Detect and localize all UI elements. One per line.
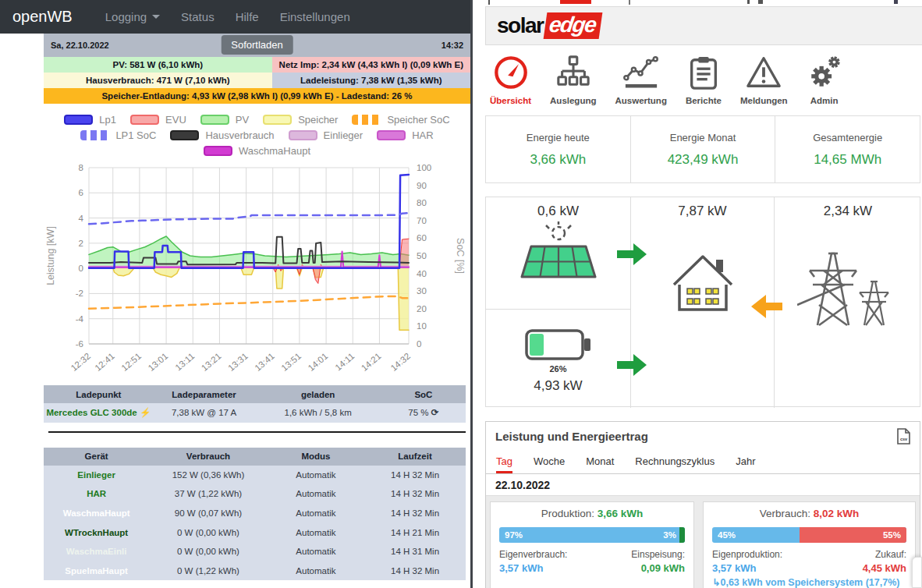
tab-tag[interactable]: Tag <box>496 455 512 473</box>
legend-swatch <box>80 130 109 140</box>
navbar-item-logging[interactable]: Logging <box>105 10 160 23</box>
openwb-window: openWB LoggingStatusHilfeEinstellungen S… <box>0 0 470 588</box>
consumption-card: Verbrauch: 8,02 kWh 45% 55% Eigenprodukt… <box>703 501 916 588</box>
legend-item-har[interactable]: HAR <box>377 129 433 141</box>
legend-label: Speicher SoC <box>387 114 449 126</box>
info-tile-row: Hausverbrauch: 471 W (7,10 kWh)Ladeleist… <box>44 73 470 88</box>
legend-item-lp1[interactable]: Lp1 <box>64 114 116 126</box>
table-cell: 90 W (0,07 kWh) <box>149 504 267 523</box>
svg-text:13:21: 13:21 <box>200 351 223 373</box>
column-header: Laufzeit <box>364 448 466 466</box>
solaredge-nav-auslegung[interactable]: Auslegung <box>550 55 596 105</box>
energy-card-label: Energie Monat <box>670 132 736 143</box>
table-header-row: GerätVerbrauchModusLaufzeit <box>44 448 466 466</box>
refresh-soc-icon[interactable]: ⟳ <box>431 408 439 417</box>
legend-item-speicher[interactable]: Speicher <box>263 114 338 126</box>
energy-card-label: Energie heute <box>527 132 590 143</box>
tab-woche[interactable]: Woche <box>534 455 565 473</box>
energy-yield-body: Produktion: 3,66 kWh 97% 3% Eigenverbrau… <box>486 495 920 588</box>
legend-item-waschmahaupt[interactable]: WaschmaHaupt <box>204 145 310 157</box>
legend-swatch <box>170 130 199 140</box>
device-row: WaschmaEinli0 W (0,00 kWh)Automatik14 H … <box>44 542 466 561</box>
self-consumption-pct: 97% <box>505 527 523 543</box>
navbar-item-label: Einstellungen <box>280 10 350 23</box>
section-divider <box>48 431 466 433</box>
navbar-item-einstellungen[interactable]: Einstellungen <box>280 10 350 23</box>
legend-label: EVU <box>165 114 186 126</box>
legend-swatch <box>200 115 229 125</box>
column-header: Ladepunkt <box>44 385 154 403</box>
navbar-item-status[interactable]: Status <box>181 10 215 23</box>
strip-fragment <box>894 0 898 4</box>
own-production-block: Eigenproduktion: 3,57 kWh <box>712 549 782 574</box>
table-cell: Automatik <box>268 522 364 542</box>
solaredge-nav-admin[interactable]: Admin <box>807 55 842 105</box>
battery-soc-value: 26% <box>549 364 566 374</box>
table-cell: 14 H 31 Min <box>364 542 466 561</box>
admin-gear-icon <box>807 55 842 92</box>
device-table: GerätVerbrauchModusLaufzeitEinlieger152 … <box>44 448 466 581</box>
openwb-navbar: openWB LoggingStatusHilfeEinstellungen <box>0 0 470 34</box>
tab-jahr[interactable]: Jahr <box>736 455 755 473</box>
floating-widget[interactable] <box>912 557 922 588</box>
openwb-content: Sa, 22.10.2022 Sofortladen 14:32 PV: 581… <box>44 34 470 580</box>
sofortladen-button[interactable]: Sofortladen <box>221 35 293 55</box>
svg-text:13:11: 13:11 <box>173 351 196 372</box>
legend-item-einlieger[interactable]: Einlieger <box>289 129 363 141</box>
energy-yield-header: Leistung und Energieertrag csv <box>486 422 920 451</box>
legend-swatch <box>377 130 406 140</box>
table-cell: 152 W (0,36 kWh) <box>149 466 267 485</box>
solaredge-nav-berichte[interactable]: Berichte <box>686 55 722 105</box>
logo-edge-text: edge <box>544 12 603 39</box>
svg-text:12:51: 12:51 <box>119 351 143 373</box>
solaredge-nav-uebersicht[interactable]: Übersicht <box>490 55 531 105</box>
navbar-item-hilfe[interactable]: Hilfe <box>236 10 259 23</box>
svg-text:0: 0 <box>417 339 421 349</box>
storage-contribution-note: ↳0,63 kWh vom Speichersystem (17,7%) <box>712 576 906 588</box>
report-icon <box>686 55 722 92</box>
legend-item-speicher-soc[interactable]: Speicher SoC <box>352 114 449 126</box>
device-name: WTrocknHaupt <box>44 522 149 542</box>
column-header: Verbrauch <box>149 448 267 466</box>
strip-fragment <box>747 0 750 4</box>
openwb-menu: LoggingStatusHilfeEinstellungen <box>105 10 350 23</box>
svg-text:2: 2 <box>79 239 83 248</box>
alerts-icon <box>746 55 782 92</box>
chargepoint-table: LadepunktLadeparametergeladenSoCMercedes… <box>44 385 466 423</box>
legend-row: Lp1EVUPVSpeicherSpeicher SoC <box>64 114 449 126</box>
selected-date: 22.10.2022 <box>486 474 920 495</box>
table-cell: 37 W (1,22 kWh) <box>149 484 267 504</box>
table-cell: 0 W (0,00 kWh) <box>149 522 267 542</box>
table-header-row: LadepunktLadeparametergeladenSoC <box>44 385 466 403</box>
flow-cell-battery: 26% 4,93 kW <box>486 310 631 408</box>
tab-monat[interactable]: Monat <box>586 455 614 473</box>
column-header: geladen <box>254 385 381 403</box>
legend-label: Einlieger <box>324 129 363 141</box>
solaredge-nav-auswertung[interactable]: Auswertung <box>615 55 666 105</box>
consumption-title: Verbrauch: 8,02 kWh <box>712 508 906 519</box>
svg-text:80: 80 <box>417 198 427 207</box>
browser-edge-strip <box>473 0 922 6</box>
svg-text:10: 10 <box>417 321 427 331</box>
solaredge-nav-meldungen[interactable]: Meldungen <box>740 55 788 105</box>
svg-text:-6: -6 <box>76 339 83 349</box>
svg-text:90: 90 <box>417 181 427 190</box>
feed-in-pct: 3% <box>663 527 676 543</box>
soc-value: 75 % <box>408 408 431 417</box>
period-tabs: TagWocheMonatRechnungszyklusJahr <box>486 451 920 474</box>
csv-export-icon[interactable]: csv <box>897 428 910 445</box>
legend-item-pv[interactable]: PV <box>200 114 249 126</box>
svg-text:0: 0 <box>79 264 83 273</box>
table-cell: 14 H 21 Min <box>364 522 466 542</box>
legend-item-evu[interactable]: EVU <box>130 114 186 126</box>
tab-rechnungszyklus[interactable]: Rechnungszyklus <box>635 455 715 473</box>
info-tile-ladeleistung: Ladeleistung: 7,38 kW (1,35 kWh) <box>272 73 470 88</box>
purchased-block: Zukauf: 4,45 kWh <box>863 549 906 574</box>
nav-label: Admin <box>810 96 839 105</box>
energy-card-gesamt: Gesamtenergie14,65 MWh <box>775 116 920 182</box>
legend-item-hausverbrauch[interactable]: Hausverbrauch <box>170 129 274 141</box>
chargepoint-soc: 75 % ⟳ <box>381 403 466 423</box>
legend-item-lp1-soc[interactable]: LP1 SoC <box>80 129 156 141</box>
openwb-statusbar: Sa, 22.10.2022 Sofortladen 14:32 <box>44 34 470 57</box>
device-row: WTrocknHaupt0 W (0,00 kWh)Automatik14 H … <box>44 522 466 542</box>
